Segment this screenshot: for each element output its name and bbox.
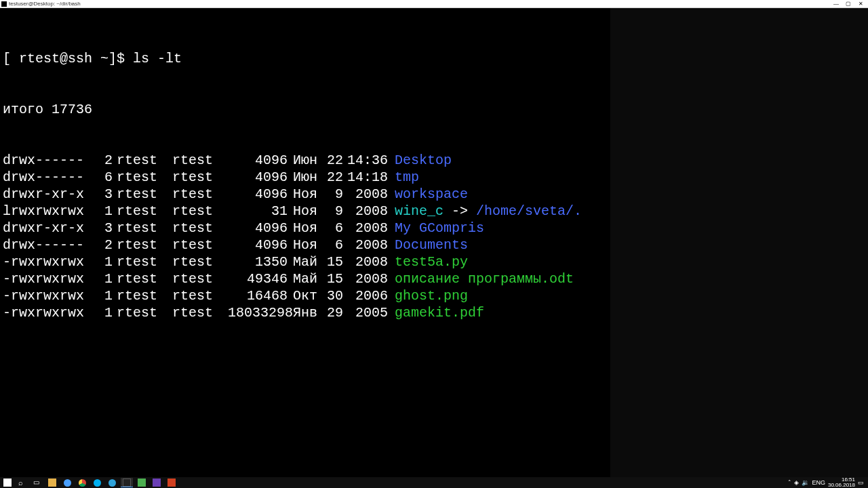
taskbar-clock[interactable]: 16:51 30.06.2018 [828,477,855,488]
ls-name: tmp [395,169,608,186]
clock-date: 30.06.2018 [828,483,855,488]
ls-day: 6 [326,220,347,237]
ls-day: 9 [326,186,347,203]
skype[interactable] [91,478,103,487]
ls-owner: rtest [117,270,172,287]
tray-chevron-up-icon[interactable]: ˄ [788,479,791,486]
ls-name: gamekit.pdf [395,304,608,321]
start-button-icon [3,479,12,487]
ls-total-line: итого 17736 [3,101,608,118]
ls-owner: rtest [117,152,172,169]
ls-name: ghost.png [395,287,608,304]
ls-day: 15 [326,253,347,270]
window-title: testuser@Desktop: ~/dir/bash [9,1,81,7]
ls-perm: -rwxrwxrwx [3,253,99,270]
ls-time: 2008 [347,253,395,270]
ls-links: 3 [99,186,117,203]
chrome-browser[interactable] [76,478,88,487]
ls-group: rtest [172,287,228,304]
ls-perm: -rwxrwxrwx [3,287,99,304]
ls-row: drwx------2rtestrtest4096Ноя62008Documen… [3,237,608,253]
ls-row: drwx------2rtestrtest4096Июн2214:36Deskt… [3,152,608,169]
ls-time: 14:36 [347,152,395,169]
edge-browser-icon [64,479,71,487]
task-view-button[interactable] [31,478,43,487]
ls-month: Июн [293,152,326,169]
window-minimize-button[interactable]: — [830,1,842,7]
ls-group: rtest [172,253,228,270]
search-button-icon [18,479,26,487]
app-green-icon [138,479,146,487]
window-titlebar: testuser@Desktop: ~/dir/bash — ▢ ✕ [0,0,868,8]
terminal[interactable] [121,478,133,487]
ls-time: 2008 [347,220,395,237]
ls-row: drwxr-xr-x3rtestrtest4096Ноя92008workspa… [3,186,608,203]
ls-perm: drwx------ [3,152,99,169]
shell-prompt: [ rtest@ssh ~]$ [3,51,133,66]
ls-size: 4096 [228,186,293,203]
app-green[interactable] [136,478,148,487]
ls-month: Июн [293,169,326,186]
terminal-output[interactable]: [ rtest@ssh ~]$ ls -lt итого 17736 drwx-… [0,8,610,477]
task-view-button-icon [33,479,41,487]
ls-owner: rtest [117,186,172,203]
ls-month: Ноя [293,220,326,237]
ls-owner: rtest [117,220,172,237]
ls-links: 2 [99,237,117,253]
ls-size: 18033298 [228,304,293,321]
ls-row: -rwxrwxrwx1rtestrtest49346Май152008описа… [3,270,608,287]
ls-name: wine_c -> /home/sveta/. [395,203,608,220]
ls-filename: workspace [395,186,468,202]
window-app-icon [1,1,7,7]
ls-owner: rtest [117,237,172,253]
ls-size: 49346 [228,270,293,287]
ls-filename: test5a.py [395,254,468,270]
telegram[interactable] [106,478,118,487]
start-button[interactable] [1,478,14,487]
telegram-icon [108,479,116,487]
ls-size: 16468 [228,287,293,304]
app-purple[interactable] [151,478,163,487]
ls-name: описание программы.odt [395,270,608,287]
ls-perm: lrwxrwxrwx [3,203,99,220]
ls-links: 6 [99,169,117,186]
tray-language-indicator[interactable]: ENG [812,479,825,486]
ls-size: 4096 [228,152,293,169]
action-center-icon[interactable]: ▭ [858,479,864,486]
ls-group: rtest [172,169,228,186]
ls-perm: -rwxrwxrwx [3,304,99,321]
ls-symlink-target: /home/sveta/. [476,203,582,219]
ls-size: 1350 [228,253,293,270]
ls-name: My GCompris [395,220,608,237]
ls-filename: tmp [395,169,419,185]
tray-volume-icon[interactable]: 🔉 [802,479,809,486]
window-maximize-button[interactable]: ▢ [842,1,854,7]
file-explorer[interactable] [46,478,58,487]
ls-day: 15 [326,270,347,287]
ls-name: workspace [395,186,608,203]
ls-time: 2008 [347,237,395,253]
shell-command: ls -lt [133,51,182,66]
app-red[interactable] [165,478,178,487]
search-button[interactable] [16,478,28,487]
ls-owner: rtest [117,304,172,321]
window-close-button[interactable]: ✕ [854,1,867,7]
ls-month: Янв [293,304,326,321]
ls-row: drwx------6rtestrtest4096Июн2214:18tmp [3,169,608,186]
ls-group: rtest [172,186,228,203]
ls-links: 1 [99,203,117,220]
system-tray[interactable]: ˄ ◈ 🔉 ENG 16:51 30.06.2018 ▭ [788,477,867,488]
ls-filename: Desktop [395,152,452,168]
edge-browser[interactable] [61,478,73,487]
ls-owner: rtest [117,253,172,270]
ls-day: 6 [326,237,347,253]
ls-links: 1 [99,287,117,304]
ls-filename: My GCompris [395,220,484,236]
ls-name: Documents [395,237,608,253]
ls-owner: rtest [117,287,172,304]
ls-time: 2008 [347,203,395,220]
tray-network-icon[interactable]: ◈ [794,479,799,486]
ls-day: 22 [326,169,347,186]
ls-name: test5a.py [395,253,608,270]
ls-month: Май [293,253,326,270]
